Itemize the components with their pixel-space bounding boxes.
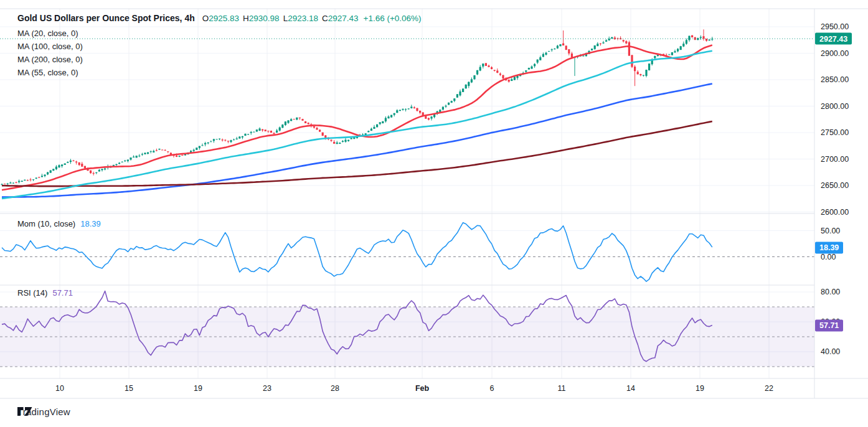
momentum-axis-label: 50.00 <box>821 227 840 235</box>
date-label-15: 15 <box>125 384 133 393</box>
price-axis-label: 2850.00 <box>821 75 849 84</box>
rsi-badge: 57.71 <box>815 319 843 331</box>
ma-200-line <box>2 121 712 186</box>
price-change: +1.66 (+0.06%) <box>364 14 422 23</box>
price-axis-label: 2800.00 <box>821 102 849 111</box>
rsi-axis-label: 80.00 <box>821 288 840 296</box>
date-label-28: 28 <box>331 384 339 393</box>
ma-20-legend[interactable]: MA (20, close, 0) <box>17 29 78 38</box>
ohlc-low: L2923.18 <box>283 14 318 23</box>
ma-20-line <box>2 45 712 190</box>
momentum-label: Mom (10, close) <box>17 219 75 228</box>
rsi-legend[interactable]: RSI (14)57.71 <box>17 288 73 298</box>
chart-canvas[interactable] <box>0 0 868 427</box>
tradingview-logo[interactable]: TradingView <box>17 406 70 417</box>
tradingview-logo-icon <box>17 406 32 416</box>
ohlc-open: O2925.83 <box>202 14 239 23</box>
symbol-title[interactable]: Gold US Dollars per Ounce Spot Prices, 4… <box>17 13 195 23</box>
date-label-19: 19 <box>194 384 202 393</box>
rsi-label: RSI (14) <box>17 288 47 298</box>
price-axis-label: 2700.00 <box>821 155 849 164</box>
ma-55-legend[interactable]: MA (55, close, 0) <box>17 68 78 77</box>
date-label-23: 23 <box>263 384 271 393</box>
rsi-axis-label: 40.00 <box>821 347 840 356</box>
momentum-axis-label: 0.00 <box>821 253 836 261</box>
momentum-badge: 18.39 <box>815 242 843 253</box>
date-label-22: 22 <box>765 384 773 393</box>
date-label-feb: Feb <box>415 384 429 393</box>
date-label-6: 6 <box>490 384 494 393</box>
chart-header: Gold US Dollars per Ounce Spot Prices, 4… <box>17 13 422 23</box>
ohlc-high: H2930.98 <box>243 14 280 23</box>
ma-200-legend[interactable]: MA (200, close, 0) <box>17 55 83 64</box>
chart-root: Gold US Dollars per Ounce Spot Prices, 4… <box>0 0 868 427</box>
date-label-11: 11 <box>558 384 566 393</box>
price-axis-label: 2900.00 <box>821 49 849 58</box>
ohlc-close: C2927.43 <box>322 14 359 23</box>
date-label-19: 19 <box>696 384 704 393</box>
date-label-10: 10 <box>55 384 64 393</box>
date-label-14: 14 <box>626 384 635 393</box>
rsi-value: 57.71 <box>52 288 73 298</box>
last-price-badge: 2927.43 <box>815 33 852 45</box>
price-axis-label: 2750.00 <box>821 128 849 137</box>
momentum-value: 18.39 <box>80 219 101 228</box>
ma-100-legend[interactable]: MA (100, close, 0) <box>17 42 83 51</box>
price-axis-label: 2950.00 <box>821 22 849 31</box>
price-axis-label: 2650.00 <box>821 181 849 190</box>
momentum-legend[interactable]: Mom (10, close)18.39 <box>17 219 101 228</box>
price-axis-label: 2600.00 <box>821 208 849 217</box>
